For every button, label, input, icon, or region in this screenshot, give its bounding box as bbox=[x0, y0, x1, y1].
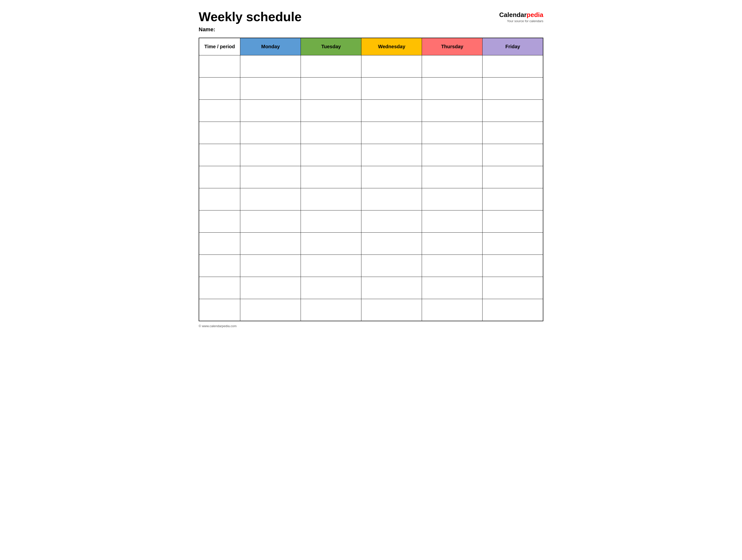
cell-row10-col5[interactable] bbox=[482, 277, 543, 299]
cell-row5-col0[interactable] bbox=[199, 166, 240, 188]
cell-row7-col5[interactable] bbox=[482, 210, 543, 232]
table-row bbox=[199, 232, 543, 255]
footer-url: © www.calendarpedia.com bbox=[199, 324, 236, 328]
cell-row3-col4[interactable] bbox=[422, 122, 482, 144]
cell-row11-col3[interactable] bbox=[361, 299, 422, 321]
cell-row4-col1[interactable] bbox=[240, 144, 301, 166]
cell-row11-col4[interactable] bbox=[422, 299, 482, 321]
table-row bbox=[199, 299, 543, 321]
col-header-friday: Friday bbox=[482, 38, 543, 55]
cell-row0-col5[interactable] bbox=[482, 55, 543, 77]
cell-row9-col3[interactable] bbox=[361, 255, 422, 277]
table-row bbox=[199, 188, 543, 210]
cell-row7-col0[interactable] bbox=[199, 210, 240, 232]
table-row bbox=[199, 55, 543, 77]
cell-row3-col3[interactable] bbox=[361, 122, 422, 144]
cell-row10-col1[interactable] bbox=[240, 277, 301, 299]
cell-row2-col2[interactable] bbox=[301, 100, 361, 122]
cell-row8-col2[interactable] bbox=[301, 232, 361, 255]
page-title: Weekly schedule bbox=[199, 10, 302, 24]
footer: © www.calendarpedia.com bbox=[199, 324, 543, 328]
cell-row9-col5[interactable] bbox=[482, 255, 543, 277]
cell-row4-col4[interactable] bbox=[422, 144, 482, 166]
cell-row1-col4[interactable] bbox=[422, 77, 482, 100]
cell-row4-col5[interactable] bbox=[482, 144, 543, 166]
cell-row5-col2[interactable] bbox=[301, 166, 361, 188]
logo-subtitle: Your source for calendars bbox=[507, 19, 543, 23]
cell-row11-col5[interactable] bbox=[482, 299, 543, 321]
cell-row4-col0[interactable] bbox=[199, 144, 240, 166]
cell-row10-col0[interactable] bbox=[199, 277, 240, 299]
cell-row8-col5[interactable] bbox=[482, 232, 543, 255]
cell-row0-col3[interactable] bbox=[361, 55, 422, 77]
cell-row6-col3[interactable] bbox=[361, 188, 422, 210]
cell-row5-col5[interactable] bbox=[482, 166, 543, 188]
header-section: Weekly schedule Name: Calendarpedia Your… bbox=[199, 10, 543, 33]
cell-row3-col0[interactable] bbox=[199, 122, 240, 144]
cell-row6-col0[interactable] bbox=[199, 188, 240, 210]
cell-row4-col2[interactable] bbox=[301, 144, 361, 166]
table-row bbox=[199, 166, 543, 188]
logo-area: Calendarpedia Your source for calendars bbox=[499, 11, 543, 23]
cell-row7-col4[interactable] bbox=[422, 210, 482, 232]
table-row bbox=[199, 122, 543, 144]
cell-row5-col3[interactable] bbox=[361, 166, 422, 188]
cell-row5-col1[interactable] bbox=[240, 166, 301, 188]
col-header-tuesday: Tuesday bbox=[301, 38, 361, 55]
table-row bbox=[199, 77, 543, 100]
col-header-wednesday: Wednesday bbox=[361, 38, 422, 55]
cell-row0-col1[interactable] bbox=[240, 55, 301, 77]
cell-row6-col2[interactable] bbox=[301, 188, 361, 210]
cell-row7-col2[interactable] bbox=[301, 210, 361, 232]
cell-row11-col2[interactable] bbox=[301, 299, 361, 321]
table-row bbox=[199, 100, 543, 122]
title-area: Weekly schedule Name: bbox=[199, 10, 302, 33]
cell-row3-col1[interactable] bbox=[240, 122, 301, 144]
logo-text: Calendarpedia bbox=[499, 11, 543, 19]
cell-row10-col3[interactable] bbox=[361, 277, 422, 299]
name-label: Name: bbox=[199, 26, 302, 33]
cell-row0-col2[interactable] bbox=[301, 55, 361, 77]
cell-row2-col1[interactable] bbox=[240, 100, 301, 122]
cell-row4-col3[interactable] bbox=[361, 144, 422, 166]
cell-row11-col0[interactable] bbox=[199, 299, 240, 321]
cell-row7-col3[interactable] bbox=[361, 210, 422, 232]
cell-row9-col1[interactable] bbox=[240, 255, 301, 277]
cell-row0-col0[interactable] bbox=[199, 55, 240, 77]
cell-row7-col1[interactable] bbox=[240, 210, 301, 232]
cell-row8-col0[interactable] bbox=[199, 232, 240, 255]
cell-row3-col2[interactable] bbox=[301, 122, 361, 144]
cell-row10-col2[interactable] bbox=[301, 277, 361, 299]
cell-row9-col0[interactable] bbox=[199, 255, 240, 277]
cell-row8-col3[interactable] bbox=[361, 232, 422, 255]
cell-row1-col5[interactable] bbox=[482, 77, 543, 100]
cell-row2-col0[interactable] bbox=[199, 100, 240, 122]
cell-row6-col1[interactable] bbox=[240, 188, 301, 210]
cell-row9-col2[interactable] bbox=[301, 255, 361, 277]
cell-row1-col1[interactable] bbox=[240, 77, 301, 100]
cell-row2-col4[interactable] bbox=[422, 100, 482, 122]
cell-row8-col1[interactable] bbox=[240, 232, 301, 255]
col-header-monday: Monday bbox=[240, 38, 301, 55]
cell-row9-col4[interactable] bbox=[422, 255, 482, 277]
cell-row6-col5[interactable] bbox=[482, 188, 543, 210]
cell-row2-col3[interactable] bbox=[361, 100, 422, 122]
cell-row6-col4[interactable] bbox=[422, 188, 482, 210]
cell-row3-col5[interactable] bbox=[482, 122, 543, 144]
cell-row10-col4[interactable] bbox=[422, 277, 482, 299]
schedule-table: Time / period Monday Tuesday Wednesday T… bbox=[199, 38, 543, 321]
cell-row11-col1[interactable] bbox=[240, 299, 301, 321]
logo-calendar-part: Calendar bbox=[499, 11, 527, 18]
logo-pedia-part: pedia bbox=[527, 11, 543, 18]
table-row bbox=[199, 144, 543, 166]
cell-row5-col4[interactable] bbox=[422, 166, 482, 188]
cell-row1-col2[interactable] bbox=[301, 77, 361, 100]
table-row bbox=[199, 255, 543, 277]
cell-row8-col4[interactable] bbox=[422, 232, 482, 255]
col-header-thursday: Thursday bbox=[422, 38, 482, 55]
page-wrapper: Weekly schedule Name: Calendarpedia Your… bbox=[199, 10, 543, 328]
cell-row1-col3[interactable] bbox=[361, 77, 422, 100]
cell-row1-col0[interactable] bbox=[199, 77, 240, 100]
cell-row2-col5[interactable] bbox=[482, 100, 543, 122]
cell-row0-col4[interactable] bbox=[422, 55, 482, 77]
